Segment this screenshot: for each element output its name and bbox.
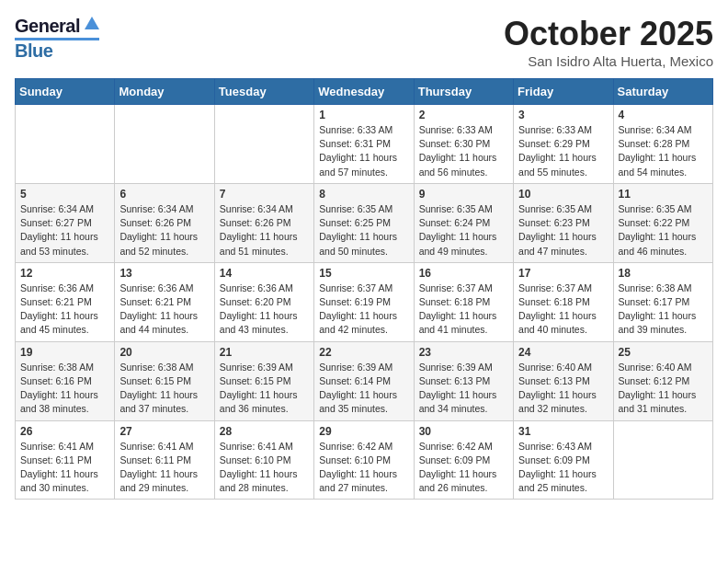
daylight-text: Daylight: 11 hours and 47 minutes. — [518, 231, 597, 256]
sunrise-text: Sunrise: 6:34 AM — [220, 203, 293, 214]
logo: General Blue — [15, 15, 99, 62]
daylight-text: Daylight: 11 hours and 26 minutes. — [419, 468, 497, 493]
cell-info: Sunrise: 6:35 AMSunset: 6:22 PMDaylight:… — [619, 202, 708, 259]
calendar-cell — [16, 105, 115, 184]
sunrise-text: Sunrise: 6:41 AM — [119, 441, 193, 452]
cell-info: Sunrise: 6:43 AMSunset: 6:09 PMDaylight:… — [518, 440, 608, 496]
sunrise-text: Sunrise: 6:35 AM — [619, 203, 692, 214]
daylight-text: Daylight: 11 hours and 35 minutes. — [319, 389, 397, 414]
calendar-cell: 22Sunrise: 6:39 AMSunset: 6:14 PMDayligh… — [314, 341, 414, 420]
calendar-cell: 31Sunrise: 6:43 AMSunset: 6:09 PMDayligh… — [514, 420, 613, 500]
sunrise-text: Sunrise: 6:37 AM — [518, 282, 592, 293]
sunset-text: Sunset: 6:18 PM — [518, 296, 590, 307]
day-number: 10 — [518, 188, 608, 201]
day-number: 5 — [20, 188, 109, 201]
sunset-text: Sunset: 6:13 PM — [419, 375, 491, 386]
sunset-text: Sunset: 6:18 PM — [419, 296, 491, 307]
day-header-thursday: Thursday — [414, 79, 513, 105]
daylight-text: Daylight: 11 hours and 49 minutes. — [419, 231, 497, 256]
daylight-text: Daylight: 11 hours and 50 minutes. — [319, 231, 397, 256]
sunrise-text: Sunrise: 6:39 AM — [419, 362, 493, 373]
sunrise-text: Sunrise: 6:36 AM — [20, 282, 94, 293]
cell-info: Sunrise: 6:41 AMSunset: 6:11 PMDaylight:… — [20, 440, 109, 496]
cell-info: Sunrise: 6:41 AMSunset: 6:11 PMDaylight:… — [119, 440, 209, 496]
calendar-cell: 21Sunrise: 6:39 AMSunset: 6:15 PMDayligh… — [214, 341, 313, 420]
daylight-text: Daylight: 11 hours and 39 minutes. — [619, 310, 697, 335]
day-number: 27 — [119, 425, 209, 438]
daylight-text: Daylight: 11 hours and 30 minutes. — [20, 468, 98, 493]
sunrise-text: Sunrise: 6:40 AM — [518, 362, 592, 373]
day-header-monday: Monday — [115, 79, 214, 105]
sunset-text: Sunset: 6:09 PM — [419, 454, 491, 465]
calendar-cell: 8Sunrise: 6:35 AMSunset: 6:25 PMDaylight… — [314, 183, 414, 262]
sunrise-text: Sunrise: 6:40 AM — [619, 362, 692, 373]
calendar-cell: 16Sunrise: 6:37 AMSunset: 6:18 PMDayligh… — [414, 262, 513, 341]
cell-info: Sunrise: 6:34 AMSunset: 6:28 PMDaylight:… — [619, 123, 708, 179]
sunrise-text: Sunrise: 6:42 AM — [319, 441, 392, 452]
sunrise-text: Sunrise: 6:34 AM — [619, 124, 692, 135]
day-number: 14 — [220, 267, 309, 280]
day-number: 18 — [619, 267, 708, 280]
calendar-cell: 15Sunrise: 6:37 AMSunset: 6:19 PMDayligh… — [314, 262, 414, 341]
sunset-text: Sunset: 6:19 PM — [319, 296, 391, 307]
day-number: 11 — [619, 188, 708, 201]
calendar-cell: 5Sunrise: 6:34 AMSunset: 6:27 PMDaylight… — [16, 183, 115, 262]
day-number: 6 — [119, 188, 209, 201]
calendar-cell: 18Sunrise: 6:38 AMSunset: 6:17 PMDayligh… — [613, 262, 712, 341]
daylight-text: Daylight: 11 hours and 38 minutes. — [20, 389, 98, 414]
day-number: 15 — [319, 267, 408, 280]
daylight-text: Daylight: 11 hours and 53 minutes. — [20, 231, 98, 256]
sunset-text: Sunset: 6:28 PM — [619, 138, 690, 149]
daylight-text: Daylight: 11 hours and 42 minutes. — [319, 310, 397, 335]
daylight-text: Daylight: 11 hours and 25 minutes. — [518, 468, 597, 493]
sunset-text: Sunset: 6:17 PM — [619, 296, 690, 307]
sunrise-text: Sunrise: 6:39 AM — [220, 362, 293, 373]
day-number: 12 — [20, 267, 109, 280]
calendar-cell: 14Sunrise: 6:36 AMSunset: 6:20 PMDayligh… — [214, 262, 313, 341]
title-block: October 2025 San Isidro Alta Huerta, Mex… — [504, 15, 713, 69]
calendar-cell: 30Sunrise: 6:42 AMSunset: 6:09 PMDayligh… — [414, 420, 513, 500]
calendar-week-1: 1Sunrise: 6:33 AMSunset: 6:31 PMDaylight… — [16, 105, 713, 184]
day-header-saturday: Saturday — [613, 79, 712, 105]
sunset-text: Sunset: 6:09 PM — [518, 454, 590, 465]
sunset-text: Sunset: 6:20 PM — [220, 296, 291, 307]
day-header-wednesday: Wednesday — [314, 79, 414, 105]
day-number: 7 — [220, 188, 309, 201]
day-number: 29 — [319, 425, 408, 438]
sunrise-text: Sunrise: 6:41 AM — [20, 441, 94, 452]
sunset-text: Sunset: 6:31 PM — [319, 138, 391, 149]
cell-info: Sunrise: 6:33 AMSunset: 6:30 PMDaylight:… — [419, 123, 508, 179]
daylight-text: Daylight: 11 hours and 43 minutes. — [220, 310, 298, 335]
sunset-text: Sunset: 6:15 PM — [119, 375, 191, 386]
cell-info: Sunrise: 6:39 AMSunset: 6:13 PMDaylight:… — [419, 361, 508, 417]
daylight-text: Daylight: 11 hours and 34 minutes. — [419, 389, 497, 414]
calendar-cell: 11Sunrise: 6:35 AMSunset: 6:22 PMDayligh… — [613, 183, 712, 262]
cell-info: Sunrise: 6:41 AMSunset: 6:10 PMDaylight:… — [220, 440, 309, 496]
calendar-cell: 19Sunrise: 6:38 AMSunset: 6:16 PMDayligh… — [16, 341, 115, 420]
sunset-text: Sunset: 6:13 PM — [518, 375, 590, 386]
daylight-text: Daylight: 11 hours and 36 minutes. — [220, 389, 298, 414]
calendar-week-5: 26Sunrise: 6:41 AMSunset: 6:11 PMDayligh… — [16, 420, 713, 500]
sunrise-text: Sunrise: 6:36 AM — [119, 282, 193, 293]
calendar-cell: 9Sunrise: 6:35 AMSunset: 6:24 PMDaylight… — [414, 183, 513, 262]
sunset-text: Sunset: 6:27 PM — [20, 217, 92, 228]
sunrise-text: Sunrise: 6:38 AM — [20, 362, 94, 373]
day-number: 25 — [619, 346, 708, 359]
day-number: 13 — [119, 267, 209, 280]
calendar-cell: 27Sunrise: 6:41 AMSunset: 6:11 PMDayligh… — [115, 420, 214, 500]
calendar-cell: 2Sunrise: 6:33 AMSunset: 6:30 PMDaylight… — [414, 105, 513, 184]
calendar-cell: 23Sunrise: 6:39 AMSunset: 6:13 PMDayligh… — [414, 341, 513, 420]
day-number: 17 — [518, 267, 608, 280]
sunset-text: Sunset: 6:21 PM — [119, 296, 191, 307]
daylight-text: Daylight: 11 hours and 51 minutes. — [220, 231, 298, 256]
location-text: San Isidro Alta Huerta, Mexico — [504, 53, 713, 69]
cell-info: Sunrise: 6:34 AMSunset: 6:26 PMDaylight:… — [220, 202, 309, 259]
sunset-text: Sunset: 6:23 PM — [518, 217, 590, 228]
sunset-text: Sunset: 6:24 PM — [419, 217, 491, 228]
sunrise-text: Sunrise: 6:33 AM — [319, 124, 392, 135]
day-header-sunday: Sunday — [16, 79, 115, 105]
sunset-text: Sunset: 6:30 PM — [419, 138, 491, 149]
logo-general-text: General — [15, 16, 80, 37]
daylight-text: Daylight: 11 hours and 28 minutes. — [220, 468, 298, 493]
daylight-text: Daylight: 11 hours and 40 minutes. — [518, 310, 597, 335]
